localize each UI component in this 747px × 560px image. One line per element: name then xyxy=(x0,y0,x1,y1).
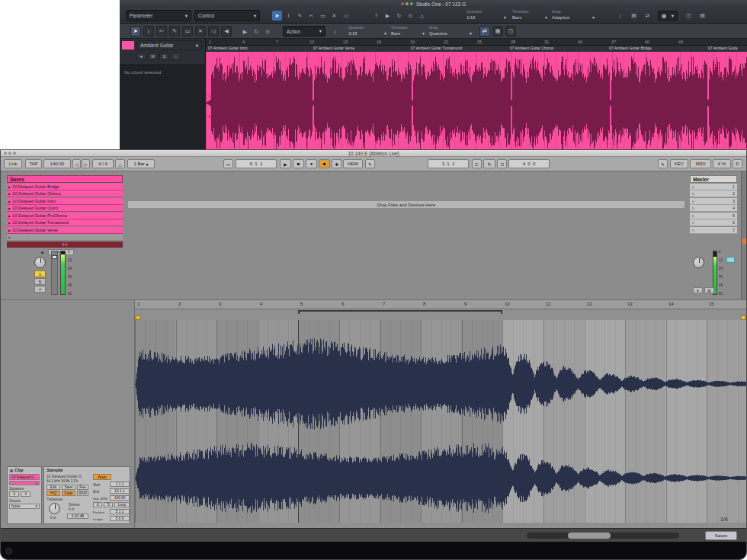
note-icon[interactable]: ♪ xyxy=(330,27,340,37)
scene-launch-icon[interactable]: ▷ xyxy=(692,229,694,232)
sample-waveform-region[interactable] xyxy=(135,320,747,523)
cursor-tool-icon[interactable]: ➤ xyxy=(272,11,282,21)
close-icon[interactable] xyxy=(4,152,7,155)
speaker-icon[interactable]: ◀ xyxy=(221,26,232,37)
signature-numerator-field[interactable]: 4 xyxy=(9,491,19,497)
groove-chooser[interactable]: None▾ xyxy=(9,504,40,509)
scene-slot[interactable]: ▷7 xyxy=(690,227,737,234)
cursor-tool-icon[interactable]: ➤ xyxy=(130,26,141,37)
clip-launch-icon[interactable]: ▶ xyxy=(8,200,11,203)
hiq-button[interactable]: HiQ xyxy=(46,491,60,496)
scrollbar-handle[interactable] xyxy=(568,533,611,539)
scene-launch-icon[interactable]: ▷ xyxy=(692,214,694,218)
mixer-panel-icon[interactable]: ▤ xyxy=(629,11,639,21)
track-header[interactable]: Saves xyxy=(7,175,123,183)
solo-button[interactable]: S xyxy=(159,53,169,60)
play-icon[interactable]: ▶ xyxy=(383,11,393,21)
clip-name-field[interactable]: 10 Delayed G xyxy=(9,474,40,480)
split-tool-icon[interactable]: ✂ xyxy=(156,26,167,37)
timebase-group[interactable]: Timebase Bars▾ xyxy=(512,9,547,22)
parameter-dropdown[interactable]: Parameter▾ xyxy=(126,10,191,21)
clip-launch-icon[interactable]: ▶ xyxy=(8,206,11,210)
scene-launch-icon[interactable]: ▷ xyxy=(692,200,694,203)
record-button[interactable]: ● xyxy=(306,159,317,168)
grid-icon[interactable]: ▦ xyxy=(492,26,503,37)
volume-fader-handle[interactable] xyxy=(52,255,57,259)
save-button[interactable]: Save xyxy=(62,485,75,490)
scene-slot[interactable]: ▷4 xyxy=(690,205,737,212)
clip-launch-icon[interactable]: ▶ xyxy=(8,221,11,225)
clip-launch-icon[interactable]: ▶ xyxy=(8,185,11,189)
double-tempo-button[interactable]: *2 xyxy=(104,502,113,507)
cue-level-box[interactable] xyxy=(726,257,735,263)
eraser-tool-icon[interactable]: ▭ xyxy=(318,11,328,21)
session-scroll-handle[interactable] xyxy=(742,238,747,244)
marker-lane[interactable]: 07 Ambient Guitar Intro 07 Ambient Guita… xyxy=(206,46,747,52)
help-icon[interactable]: ? xyxy=(371,11,381,21)
io-arrows-icon[interactable]: ⇄ xyxy=(643,11,652,21)
studio-one-titlebar[interactable]: Studio One - 07 123 G xyxy=(120,0,747,8)
loop-start-display[interactable]: 3. 1. 1 xyxy=(428,159,469,168)
track-activator-button[interactable]: 1 xyxy=(34,270,46,277)
minimize-icon[interactable] xyxy=(8,152,11,155)
draw-mode-icon[interactable]: ✎ xyxy=(658,159,668,168)
scene-launch-icon[interactable]: ▷ xyxy=(692,192,694,196)
snap-group[interactable]: Snap Quantize▾ xyxy=(429,25,472,38)
mute-tool-icon[interactable]: ✕ xyxy=(195,26,206,37)
key-map-button[interactable]: KEY xyxy=(670,159,688,168)
monitor-button[interactable]: ○ xyxy=(171,53,181,60)
scene-launch-icon[interactable]: ▷ xyxy=(692,185,694,189)
master-preview-button[interactable]: ● xyxy=(693,287,703,293)
clip-gain-field[interactable]: 0.00 dB xyxy=(67,514,88,519)
range-tool-icon[interactable]: I xyxy=(143,26,154,37)
end-field[interactable]: 10 1 1 xyxy=(110,488,130,494)
saves-button[interactable]: Saves xyxy=(705,531,737,540)
session-scrollbar[interactable] xyxy=(741,171,747,299)
ableton-titlebar[interactable]: 10 140 E [Ableton Live] xyxy=(1,150,746,157)
metronome-icon[interactable]: △ xyxy=(417,11,427,21)
split-tool-icon[interactable]: ✂ xyxy=(306,11,316,21)
scene-slot[interactable]: ▷3 xyxy=(690,198,737,205)
solo-button[interactable]: S xyxy=(34,278,46,285)
follow-button[interactable]: ↦ xyxy=(223,159,233,168)
punch-out-icon[interactable]: ⊐ xyxy=(497,159,507,168)
timeline-ruler[interactable]: 1 4 7 10 13 16 19 22 25 28 31 34 37 40 4… xyxy=(206,39,747,46)
scene-slot[interactable]: ▷6 xyxy=(690,219,737,226)
signature-denominator-field[interactable]: 4 xyxy=(21,491,30,497)
loop-toggle-button[interactable]: Loop xyxy=(114,502,130,507)
track-color-swatch[interactable] xyxy=(122,41,134,50)
quantization-menu[interactable]: 1 Bar ▾ xyxy=(127,159,155,168)
clip-slot[interactable]: ▶10 Delayed Guitar PreChorus xyxy=(7,213,123,219)
clip-launch-icon[interactable]: ▶ xyxy=(8,229,11,232)
warp-button[interactable]: Warp xyxy=(93,474,111,480)
pencil-tool-icon[interactable]: ✎ xyxy=(169,26,180,37)
clip-stop-icon[interactable]: ■ xyxy=(8,235,10,239)
time-signature-field[interactable]: 4 / 4 xyxy=(92,159,114,168)
tap-tempo-button[interactable]: TAP xyxy=(25,159,42,168)
clip-slot[interactable]: ▶10 Delayed Guitar Turnaround xyxy=(7,219,123,226)
empty-clip-slot[interactable]: ■ xyxy=(7,234,123,241)
ram-button[interactable]: RAM xyxy=(77,491,88,496)
close-icon[interactable] xyxy=(401,2,404,5)
clip-launch-icon[interactable]: ▶ xyxy=(8,214,11,218)
zoom-icon[interactable]: ⊙ xyxy=(406,11,415,21)
scene-slot[interactable]: ▷1 xyxy=(690,184,737,190)
new-button[interactable]: NEW xyxy=(343,159,363,168)
play-icon[interactable]: ▶ xyxy=(240,27,250,37)
nudge-up-button[interactable]: ▷ xyxy=(82,159,90,168)
scene-launch-icon[interactable]: ▷ xyxy=(692,221,694,225)
nudge-down-button[interactable]: ◁ xyxy=(72,159,81,168)
snap-window-icon[interactable]: ◫ xyxy=(505,26,516,37)
range-tool-icon[interactable]: I xyxy=(284,11,293,21)
clip-slot[interactable]: ▶10 Delayed Guitar Outro xyxy=(7,205,123,212)
overdub-plus-button[interactable]: ✚ xyxy=(332,159,341,168)
note-icon[interactable]: ♪ xyxy=(615,11,625,21)
view-grid-dropdown[interactable]: ▦▾ xyxy=(658,11,678,21)
mute-tool-icon[interactable]: ✕ xyxy=(329,11,339,21)
start-field[interactable]: 1 1 1 xyxy=(110,482,130,487)
arm-button[interactable]: ● xyxy=(34,286,46,293)
drop-zone[interactable]: Drop Files and Devices Here xyxy=(127,200,685,209)
editor-window-icon[interactable]: ◫ xyxy=(684,11,694,21)
eraser-tool-icon[interactable]: ▭ xyxy=(182,26,193,37)
audio-waveform-region[interactable]: -1.2 -6.2 xyxy=(206,52,747,150)
